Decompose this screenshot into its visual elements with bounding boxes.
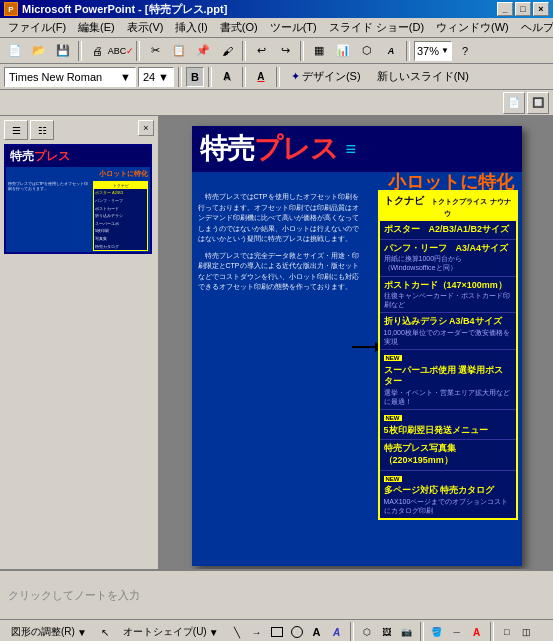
font-size-dropdown[interactable]: 24 ▼	[138, 67, 174, 87]
app-icon: P	[4, 2, 18, 16]
draw-sep-1	[350, 622, 354, 641]
copy-button[interactable]: 📋	[168, 40, 190, 62]
wordart-tool[interactable]: A	[328, 623, 346, 641]
design-button[interactable]: ✦ デザイン(S)	[284, 67, 368, 87]
slide-panel: ☰ ☷ × 1 特売 プレス 小ロットに特化 特売プレスではCTPを使用したオフ…	[0, 116, 160, 569]
panel-tab-slides[interactable]: ☰	[4, 120, 28, 140]
format-painter[interactable]: 🖌	[216, 40, 238, 62]
clipart-tool[interactable]: 🖼	[378, 623, 396, 641]
extra-icon-1[interactable]: 📄	[503, 92, 525, 114]
insert-org[interactable]: ⬡	[356, 40, 378, 62]
window-controls: _ □ ×	[497, 2, 549, 16]
close-panel-button[interactable]: ×	[138, 120, 154, 136]
product-item-5print: NEW 5枚印刷翌日発送メニュー	[380, 410, 516, 440]
arrow-tool[interactable]: →	[248, 623, 266, 641]
separator-8	[242, 67, 246, 87]
draw-adjust-button[interactable]: 図形の調整(R) ▼	[4, 622, 94, 641]
product-item-flyer: 折り込みデラシ A3/B4サイズ 10,000枚単位でのオーダーで激安価格を実現	[380, 313, 516, 350]
3d-button[interactable]: ◫	[518, 623, 536, 641]
separator-3	[242, 41, 246, 61]
right-info-box: トクナビ トクトクプライス ナウナウ ポスター A2/B3/A1/B2サイズ パ…	[378, 190, 518, 520]
zoom-arrow-icon: ▼	[441, 46, 449, 55]
extra-toolbar: 📄 🔲	[0, 90, 553, 116]
insert-table[interactable]: ▦	[308, 40, 330, 62]
cursor-tool[interactable]: ↖	[96, 623, 114, 641]
rect-tool[interactable]	[268, 623, 286, 641]
product-item-catalog: NEW 多ページ対応 特売カタログ MAX100ページまでのオプションコストにカ…	[380, 471, 516, 518]
product-item-yupo: NEW スーパーユポ使用 選挙用ポスター 選挙・イベント・営業エリア拡大用などに…	[380, 350, 516, 410]
menu-help[interactable]: ヘルプ(H)	[515, 18, 553, 37]
main-toolbar: 📄 📂 💾 🖨 ABC✓ ✂ 📋 📌 🖌 ↩ ↪ ▦ 📊 ⬡ A 37% ▼ ?	[0, 38, 553, 64]
extra-icon-2[interactable]: 🔲	[527, 92, 549, 114]
title-bar: P Microsoft PowerPoint - [特売プレス.ppt] _ □…	[0, 0, 553, 18]
product-item-photo: 特売プレス写真集（220×195mm）	[380, 440, 516, 470]
cut-button[interactable]: ✂	[144, 40, 166, 62]
new-button[interactable]: 📄	[4, 40, 26, 62]
fill-color-button[interactable]: 🪣	[428, 623, 446, 641]
close-button[interactable]: ×	[533, 2, 549, 16]
new-badge-5print: NEW	[384, 415, 402, 421]
minimize-button[interactable]: _	[497, 2, 513, 16]
bold-button[interactable]: B	[186, 67, 204, 87]
font-name-value: Times New Roman	[9, 71, 102, 83]
new-slide-label: 新しいスライド(N)	[377, 69, 469, 84]
product-item-poster: ポスター A2/B3/A1/B2サイズ	[380, 221, 516, 240]
print-button[interactable]: 🖨	[86, 40, 108, 62]
window-title: Microsoft PowerPoint - [特売プレス.ppt]	[22, 2, 227, 17]
zoom-value: 37%	[417, 45, 439, 57]
font-name-dropdown[interactable]: Times New Roman ▼	[4, 67, 136, 87]
insert-wordart[interactable]: A	[380, 40, 402, 62]
new-slide-button[interactable]: 新しいスライド(N)	[370, 67, 476, 87]
insert-chart[interactable]: 📊	[332, 40, 354, 62]
font-size-value: 24	[143, 71, 155, 83]
separator-7	[208, 67, 212, 87]
menu-edit[interactable]: 編集(E)	[72, 18, 121, 37]
paste-button[interactable]: 📌	[192, 40, 214, 62]
line-tool[interactable]: ╲	[228, 623, 246, 641]
separator-2	[136, 41, 140, 61]
font-color-draw[interactable]: A	[468, 623, 486, 641]
design-label: デザイン(S)	[302, 69, 361, 84]
open-button[interactable]: 📂	[28, 40, 50, 62]
product-item-postcard: ポストカード（147×100mm） 往復キャンペーカード・ポストカード印刷など	[380, 277, 516, 314]
autoshape-button[interactable]: オートシェイプ(U) ▼	[116, 622, 226, 641]
textbox-tool[interactable]: A	[308, 623, 326, 641]
size-dropdown-arrow-icon: ▼	[158, 71, 169, 83]
menu-slideshow[interactable]: スライド ショー(D)	[323, 18, 430, 37]
canvas-area[interactable]: 特売プレス ≡ 小ロットに特化 特売プレスではCTPを使用したオフセット印刷を行…	[160, 116, 553, 569]
zoom-dropdown[interactable]: 37% ▼	[414, 41, 452, 61]
notes-area[interactable]: クリックしてノートを入力	[0, 569, 553, 619]
autoshape-label: オートシェイプ(U)	[123, 625, 207, 639]
right-box-header: トクナビ トクトクプライス ナウナウ	[380, 192, 516, 221]
slide-thumbnail[interactable]: 特売 プレス 小ロットに特化 特売プレスではCTPを使用したオフセット印刷を行っ…	[4, 144, 152, 254]
shadow-button[interactable]: □	[498, 623, 516, 641]
image-tool[interactable]: 📷	[398, 623, 416, 641]
menu-file[interactable]: ファイル(F)	[2, 18, 72, 37]
text-shadow[interactable]: A	[216, 66, 238, 88]
menu-window[interactable]: ウィンドウ(W)	[430, 18, 515, 37]
redo-button[interactable]: ↪	[274, 40, 296, 62]
panel-tab-outline[interactable]: ☷	[30, 120, 54, 140]
menu-format[interactable]: 書式(O)	[214, 18, 264, 37]
circle-tool[interactable]	[288, 623, 306, 641]
slide-main-title: 特売プレス	[200, 130, 338, 168]
diagram-tool[interactable]: ⬡	[358, 623, 376, 641]
font-color-button[interactable]: A	[250, 66, 272, 88]
save-button[interactable]: 💾	[52, 40, 74, 62]
separator-1	[78, 41, 82, 61]
menu-view[interactable]: 表示(V)	[121, 18, 170, 37]
help-button[interactable]: ?	[454, 40, 476, 62]
product-item-pamphlet: パンフ・リーフ A3/A4サイズ 用紙に換算1000円台から（Windowsof…	[380, 240, 516, 277]
maximize-button[interactable]: □	[515, 2, 531, 16]
draw-sep-3	[490, 622, 494, 641]
undo-button[interactable]: ↩	[250, 40, 272, 62]
drawing-toolbar: 図形の調整(R) ▼ ↖ オートシェイプ(U) ▼ ╲ → A A ⬡ 🖼 📷 …	[0, 619, 553, 641]
font-toolbar: Times New Roman ▼ 24 ▼ B A A ✦ デザイン(S) 新…	[0, 64, 553, 90]
line-color-button[interactable]: ─	[448, 623, 466, 641]
menu-tools[interactable]: ツール(T)	[264, 18, 323, 37]
notes-placeholder: クリックしてノートを入力	[8, 588, 140, 603]
menu-insert[interactable]: 挿入(I)	[169, 18, 213, 37]
draw-adjust-arrow-icon: ▼	[77, 627, 87, 638]
spellcheck-button[interactable]: ABC✓	[110, 40, 132, 62]
title-logo-icon: ≡	[346, 139, 357, 160]
